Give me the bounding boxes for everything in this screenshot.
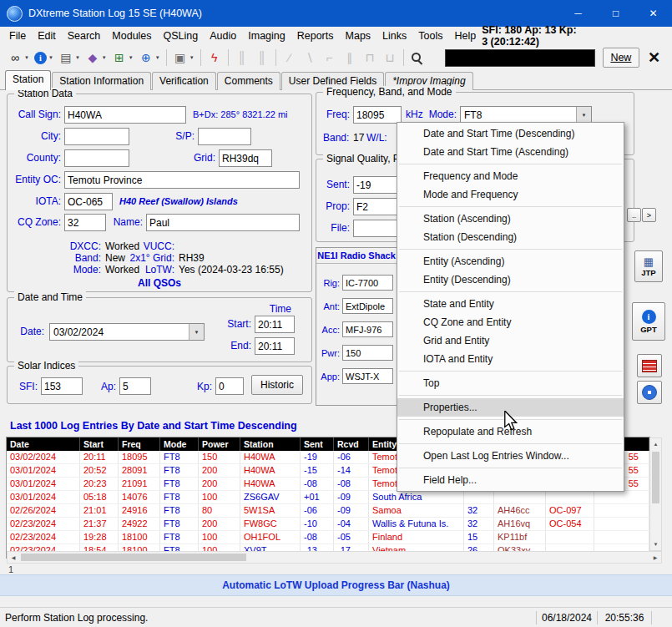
toolbar-search-input[interactable] (445, 49, 595, 67)
print-cards-button[interactable]: ▤▼ (57, 48, 82, 68)
nav-next-button[interactable]: > (642, 208, 656, 222)
log-vscrollbar[interactable]: ▲ ▼ (649, 437, 662, 551)
end-time-input[interactable] (255, 337, 295, 355)
dropdown-arrow-icon[interactable]: ▼ (189, 55, 195, 60)
menu-tools[interactable]: Tools (412, 28, 448, 43)
all-qsos-link[interactable]: All QSOs (8, 277, 311, 289)
tab-comments[interactable]: Comments (217, 72, 280, 90)
menu-qsling[interactable]: QSLing (158, 28, 205, 43)
kp-input[interactable] (215, 377, 244, 395)
start-time-input[interactable] (255, 316, 295, 333)
vscroll-thumb[interactable] (652, 452, 659, 503)
context-menu-item-entity-ascending[interactable]: Entity (Ascending) (397, 252, 624, 271)
scroll-left-icon[interactable]: ◀ (8, 552, 19, 563)
context-menu-item-date-and-start-time-descending[interactable]: Date and Start Time (Descending) (397, 124, 624, 143)
menu-modules[interactable]: Modules (106, 28, 157, 43)
find-button[interactable]: ∞▼ (6, 48, 31, 68)
web-button[interactable]: ⊕▼ (137, 48, 162, 68)
dropdown-arrow-icon[interactable]: ▼ (48, 55, 53, 60)
log-column-header[interactable]: Freq (119, 437, 160, 451)
dropdown-arrow-icon[interactable]: ▼ (129, 55, 134, 60)
freq-input[interactable] (353, 106, 402, 124)
log-column-header[interactable]: Mode (160, 437, 199, 451)
gpt-button[interactable]: i GPT (632, 302, 665, 341)
context-menu-item-state-and-entity[interactable]: State and Entity (397, 295, 624, 313)
menu-maps[interactable]: Maps (340, 28, 377, 43)
context-menu-item-station-ascending[interactable]: Station (Ascending) (397, 210, 624, 228)
context-menu-item-cq-zone-and-entity[interactable]: CQ Zone and Entity (397, 313, 624, 331)
combo-arrow-icon[interactable]: ▼ (189, 324, 204, 340)
context-menu-item-top[interactable]: Top (397, 374, 624, 392)
menu-imaging[interactable]: Imaging (242, 28, 291, 43)
power-input[interactable] (342, 345, 393, 361)
county-input[interactable] (64, 149, 129, 167)
prop-input[interactable] (353, 198, 402, 215)
context-menu-item-iota-and-entity[interactable]: IOTA and Entity (397, 350, 624, 368)
log-row[interactable]: 03/01/202405:1814076FT8100ZS6GAV+01-09So… (7, 491, 649, 504)
close-button[interactable]: ✕ (634, 0, 672, 27)
maximize-button[interactable]: □ (597, 0, 634, 27)
dropdown-arrow-icon[interactable]: ▼ (102, 55, 107, 60)
tab-station[interactable]: Station (5, 70, 51, 90)
scroll-right-icon[interactable]: ▶ (649, 552, 661, 563)
accessory-input[interactable] (342, 321, 393, 337)
menu-reports[interactable]: Reports (291, 28, 340, 43)
dropdown-arrow-icon[interactable]: ▼ (155, 55, 160, 60)
context-menu-item-mode-and-frequency[interactable]: Mode and Frequency (397, 185, 624, 204)
context-menu-item-station-descending[interactable]: Station (Descending) (397, 228, 624, 246)
antenna-input[interactable] (342, 298, 393, 314)
combo-arrow-icon[interactable]: ▼ (576, 107, 591, 123)
sfi-input[interactable] (41, 377, 83, 395)
context-menu-item-entity-descending[interactable]: Entity (Descending) (397, 271, 624, 289)
grid-input[interactable] (219, 149, 272, 167)
audio-cd-button[interactable] (637, 381, 662, 404)
tab-verification[interactable]: Verification (152, 72, 216, 90)
flash-button[interactable]: ϟ (205, 48, 224, 68)
log-row[interactable]: 02/26/202421:0124916FT8805W1SA-06-09Samo… (7, 504, 649, 518)
toolbar-close-icon[interactable]: ✕ (648, 48, 660, 67)
nav-dots-button[interactable]: .. (627, 208, 641, 222)
mode-combobox[interactable]: FT8 ▼ (460, 106, 592, 124)
scroll-down-icon[interactable]: ▼ (650, 539, 661, 550)
minimize-button[interactable]: ─ (559, 0, 597, 27)
rig-input[interactable] (342, 275, 393, 291)
log-hscrollbar[interactable]: ◀ ▶ (7, 551, 662, 564)
date-combobox[interactable]: 03/02/2024 ▼ (49, 323, 205, 341)
jtp-button[interactable]: ▦ JTP (634, 250, 663, 282)
entity-input[interactable] (64, 171, 300, 189)
context-menu-item-frequency-and-mode[interactable]: Frequency and Mode (397, 167, 624, 185)
historic-button[interactable]: Historic (251, 375, 303, 395)
menu-search[interactable]: Search (62, 28, 107, 43)
dropdown-arrow-icon[interactable]: ▼ (24, 55, 29, 60)
sent-input[interactable] (353, 176, 402, 194)
ap-input[interactable] (119, 377, 151, 395)
log-column-header[interactable]: Sent (301, 437, 334, 451)
log-column-header[interactable]: Power (199, 437, 240, 451)
log-column-header[interactable]: Rcvd (334, 437, 369, 451)
menu-file[interactable]: File (3, 28, 32, 43)
log-row[interactable]: 02/23/202419:2818100FT8100OH1FOL-08-05Fi… (7, 531, 649, 544)
context-menu-item-field-help[interactable]: Field Help... (397, 471, 624, 489)
log-column-header[interactable]: Station (240, 437, 301, 451)
log-column-header[interactable]: Start (80, 437, 119, 451)
cq-zone-input[interactable] (64, 214, 106, 231)
context-menu-item-open-last-log-entries-window[interactable]: Open Last Log Entries Window... (397, 447, 624, 465)
state-province-input[interactable] (198, 128, 251, 145)
log-column-header[interactable]: Date (7, 437, 80, 451)
new-button[interactable]: New (603, 48, 639, 68)
scroll-up-icon[interactable]: ▲ (650, 438, 661, 450)
image-button[interactable]: ▣▼ (171, 48, 196, 68)
app-input[interactable] (342, 368, 393, 384)
export-button[interactable]: ⊞▼ (110, 48, 135, 68)
menu-edit[interactable]: Edit (32, 28, 62, 43)
menu-help[interactable]: Help (448, 28, 482, 43)
name-input[interactable] (146, 214, 300, 231)
log-row[interactable]: 02/23/202421:3724922FT8200FW8GC-10-04Wal… (7, 518, 649, 531)
dropdown-arrow-icon[interactable]: ▼ (75, 55, 80, 60)
iota-input[interactable] (64, 193, 113, 210)
hscroll-thumb[interactable] (21, 554, 246, 561)
context-menu-item-grid-and-entity[interactable]: Grid and Entity (397, 331, 624, 350)
qsl-cards-button[interactable] (637, 354, 662, 377)
file-input[interactable] (353, 220, 402, 237)
city-input[interactable] (64, 128, 129, 145)
